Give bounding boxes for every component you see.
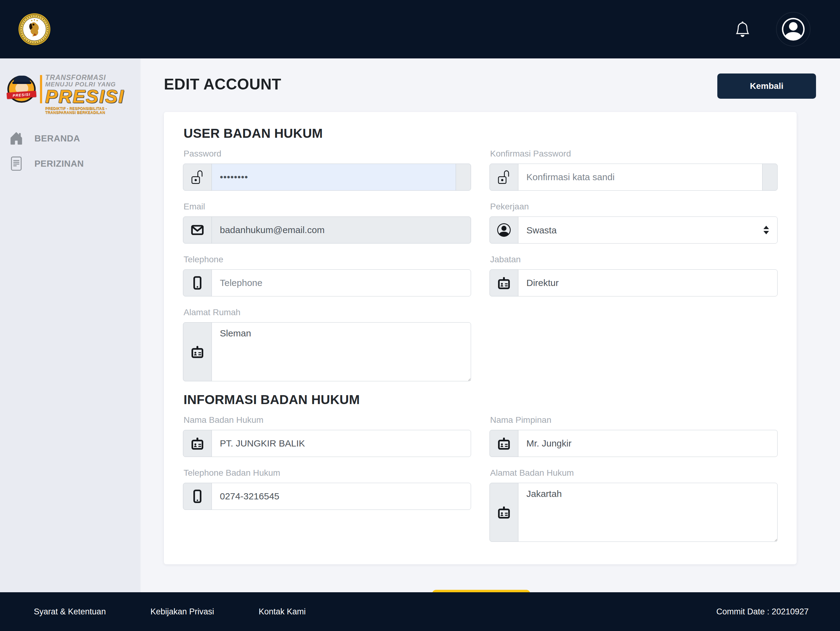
confirm-password-right-addon — [762, 164, 778, 191]
email-label: Email — [183, 202, 471, 212]
brand-divider — [40, 75, 42, 103]
brand-line1: TRANSFORMASI — [45, 74, 136, 81]
section-title-user-badan-hukum: USER BADAN HUKUM — [183, 126, 778, 141]
badge-icon — [489, 483, 518, 542]
phone-icon — [183, 269, 212, 296]
notifications-bell-icon[interactable] — [735, 20, 753, 38]
sidebar-menu: BERANDA PERIZINAN — [0, 127, 141, 175]
password-right-addon — [456, 164, 471, 191]
jabatan-label: Jabatan — [490, 255, 778, 264]
section-title-informasi-badan-hukum: INFORMASI BADAN HUKUM — [183, 392, 778, 407]
telephone-badan-hukum-label: Telephone Badan Hukum — [183, 468, 471, 478]
jabatan-field: Jabatan — [489, 255, 778, 296]
top-navbar — [0, 0, 840, 59]
brand-text: TRANSFORMASI MENUJU POLRI YANG PRESISI P… — [45, 72, 136, 114]
password-input[interactable] — [212, 164, 456, 191]
sidebar-item-label: PERIZINAN — [35, 159, 84, 169]
polri-emblem-logo — [18, 13, 51, 46]
password-field: Password — [183, 149, 471, 191]
badge-icon — [489, 269, 518, 296]
nama-pimpinan-input[interactable] — [518, 430, 778, 457]
telephone-badan-hukum-field: Telephone Badan Hukum — [183, 468, 471, 510]
nama-pimpinan-field: Nama Pimpinan — [489, 415, 778, 457]
document-icon — [9, 157, 24, 171]
badge-icon — [183, 322, 212, 381]
police-mascot-icon: PRESISI — [6, 72, 37, 104]
nama-pimpinan-label: Nama Pimpinan — [490, 415, 778, 425]
confirm-password-input[interactable] — [518, 164, 763, 191]
info-fields-grid: Nama Badan Hukum Nama Pimpinan Telephone… — [183, 415, 778, 553]
jabatan-input[interactable] — [518, 269, 778, 296]
email-field: Email — [183, 202, 471, 244]
footer-link-kebijakan[interactable]: Kebijakan Privasi — [150, 607, 214, 617]
edit-account-card: USER BADAN HUKUM Password Konfirmasi Pas… — [164, 112, 797, 564]
person-circle-icon — [489, 217, 518, 244]
confirm-password-label: Konfirmasi Password — [490, 149, 778, 159]
alamat-rumah-label: Alamat Rumah — [183, 307, 471, 317]
telephone-badan-hukum-input[interactable] — [212, 483, 471, 510]
confirm-password-field: Konfirmasi Password — [489, 149, 778, 191]
alamat-rumah-textarea[interactable]: Sleman — [212, 322, 471, 381]
alamat-badan-hukum-field: Alamat Badan Hukum Jakartah — [489, 468, 778, 542]
sidebar-item-beranda[interactable]: BERANDA — [0, 127, 141, 150]
email-input — [212, 217, 471, 244]
footer: Syarat & Ketentuan Kebijakan Privasi Kon… — [0, 592, 840, 631]
badge-icon — [183, 430, 212, 457]
footer-link-kontak[interactable]: Kontak Kami — [259, 607, 306, 617]
brand-line4: PREDIKTIF - RESPONSIBILITAS - TRANSPARAN… — [45, 107, 136, 114]
navbar-actions — [735, 12, 810, 46]
nama-badan-hukum-label: Nama Badan Hukum — [183, 415, 471, 425]
alamat-badan-hukum-textarea[interactable]: Jakartah — [518, 483, 778, 542]
pekerjaan-field: Pekerjaan Swasta — [489, 202, 778, 244]
user-fields-grid: Password Konfirmasi Password Email — [183, 149, 778, 392]
telephone-input[interactable] — [212, 269, 471, 296]
footer-link-syarat[interactable]: Syarat & Ketentuan — [34, 607, 106, 617]
badge-icon — [489, 430, 518, 457]
nama-badan-hukum-field: Nama Badan Hukum — [183, 415, 471, 457]
pekerjaan-select[interactable]: Swasta — [518, 217, 778, 244]
back-button[interactable]: Kembali — [717, 73, 816, 99]
password-label: Password — [183, 149, 471, 159]
page-title: EDIT ACCOUNT — [164, 76, 281, 93]
alamat-badan-hukum-label: Alamat Badan Hukum — [490, 468, 778, 478]
brand-line3: PRESISI — [45, 88, 136, 105]
sidebar-item-label: BERANDA — [35, 133, 80, 144]
sidebar-item-perizinan[interactable]: PERIZINAN — [0, 152, 141, 175]
mascot-ribbon-text: PRESISI — [13, 92, 31, 98]
empty-grid-cell — [489, 307, 778, 311]
presisi-logo: PRESISI TRANSFORMASI MENUJU POLRI YANG P… — [6, 72, 136, 114]
nama-badan-hukum-input[interactable] — [212, 430, 471, 457]
account-circle-icon[interactable] — [776, 12, 810, 46]
mail-icon — [183, 217, 212, 244]
home-icon — [9, 131, 24, 145]
phone-icon — [183, 483, 212, 510]
alamat-rumah-field: Alamat Rumah Sleman — [183, 307, 471, 381]
telephone-label: Telephone — [183, 255, 471, 264]
telephone-field: Telephone — [183, 255, 471, 296]
unlock-icon — [183, 164, 212, 191]
sidebar: PRESISI TRANSFORMASI MENUJU POLRI YANG P… — [0, 59, 141, 592]
unlock-icon — [489, 164, 518, 191]
commit-date: Commit Date : 20210927 — [717, 607, 808, 617]
pekerjaan-label: Pekerjaan — [490, 202, 778, 212]
